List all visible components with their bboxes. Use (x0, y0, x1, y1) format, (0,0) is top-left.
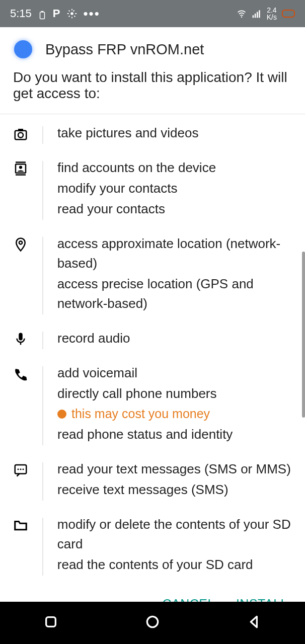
perm-storage: modify or delete the contents of your SD… (13, 506, 292, 581)
svg-point-12 (19, 166, 22, 169)
perm-contacts: find accounts on the device modify your … (13, 149, 292, 225)
perm-item: read your text messages (SMS or MMS) (57, 459, 291, 479)
letter-p-icon: P (53, 7, 60, 20)
svg-rect-21 (46, 617, 56, 627)
perm-sms: read your text messages (SMS or MMS) rec… (13, 450, 292, 506)
status-bar: 5:15 P ••• 2.4K/s (0, 0, 305, 27)
sms-icon (13, 462, 28, 477)
perm-item: directly call phone numbers (57, 384, 233, 404)
svg-point-15 (19, 241, 22, 244)
location-icon (13, 237, 28, 252)
svg-point-9 (18, 133, 23, 138)
app-icon (14, 40, 32, 58)
warning-icon (57, 410, 66, 419)
battery-icon (282, 10, 295, 18)
perm-item: modify or delete the contents of your SD… (57, 515, 292, 554)
svg-rect-5 (255, 14, 256, 18)
svg-point-22 (147, 616, 158, 627)
svg-point-18 (18, 468, 19, 470)
svg-rect-7 (259, 10, 260, 18)
perm-location: access approximate location (network-bas… (13, 225, 292, 319)
perm-microphone: record audio (13, 319, 292, 354)
svg-point-3 (241, 16, 243, 17)
perm-camera: take pictures and videos (13, 114, 292, 149)
perm-item: read the contents of your SD card (57, 555, 292, 575)
perm-item: modify your contacts (57, 179, 216, 198)
svg-point-2 (70, 12, 73, 15)
svg-rect-4 (252, 15, 254, 18)
scrollbar[interactable] (302, 252, 305, 418)
svg-rect-0 (40, 12, 44, 19)
perm-item: receive text messages (SMS) (57, 480, 291, 500)
perm-phone: add voicemail directly call phone number… (13, 354, 292, 450)
network-speed: 2.4K/s (267, 7, 277, 21)
app-title: Bypass FRP vnROM.net (45, 41, 204, 58)
perm-item: access approximate location (network-bas… (57, 234, 292, 273)
svg-rect-10 (18, 129, 23, 131)
home-button[interactable] (144, 614, 161, 632)
permissions-list[interactable]: take pictures and videos find accounts o… (0, 114, 305, 586)
perm-item: access precise location (GPS and network… (57, 274, 292, 313)
perm-item: read phone status and identity (57, 425, 233, 444)
perm-item: add voicemail (57, 363, 233, 383)
microphone-icon (13, 332, 28, 347)
more-icon: ••• (84, 6, 100, 22)
phone-icon (13, 366, 28, 381)
battery-saver-icon (38, 10, 47, 21)
install-prompt: Do you want to install this application?… (0, 66, 305, 114)
svg-rect-1 (41, 11, 44, 12)
install-header: Bypass FRP vnROM.net (0, 27, 305, 66)
perm-item: record audio (57, 329, 130, 348)
contacts-icon (13, 161, 28, 176)
perm-item: take pictures and videos (57, 123, 198, 143)
svg-point-19 (20, 468, 22, 470)
signal-icon (252, 9, 262, 19)
svg-point-20 (23, 468, 24, 470)
recent-apps-button[interactable] (43, 614, 59, 632)
status-time: 5:15 (10, 7, 32, 20)
perm-cost-warning: this may cost you money (57, 405, 233, 424)
navigation-bar (0, 602, 305, 644)
back-button[interactable] (246, 614, 262, 632)
wifi-icon (237, 9, 247, 19)
camera-icon (13, 126, 28, 141)
gear-icon (66, 8, 78, 19)
svg-rect-16 (19, 333, 23, 341)
svg-rect-6 (257, 12, 258, 18)
perm-item: read your contacts (57, 199, 216, 219)
perm-item: find accounts on the device (57, 158, 216, 178)
folder-icon (13, 518, 28, 533)
